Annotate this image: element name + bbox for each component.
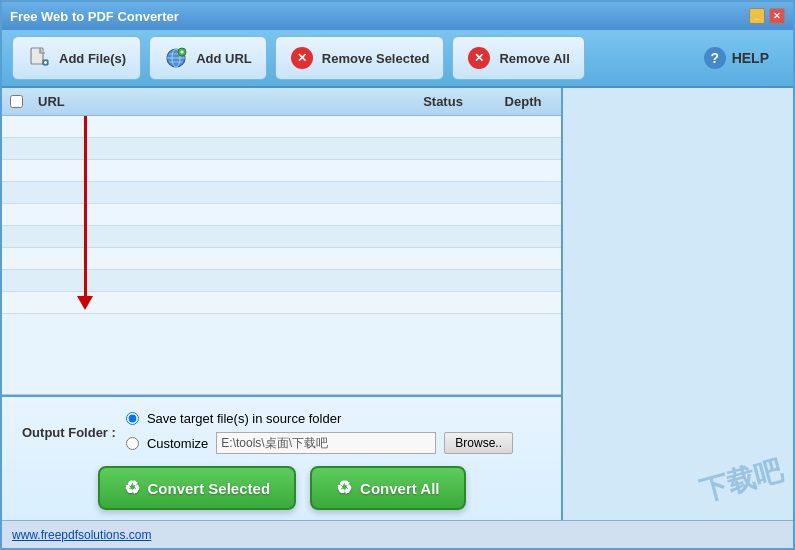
add-files-button[interactable]: Add File(s) [12,36,141,80]
convert-selected-label: Convert Selected [148,480,271,497]
output-folder-row: Output Folder : Save target file(s) in s… [22,411,541,454]
convert-selected-button[interactable]: ♻ Convert Selected [98,466,297,510]
table-row [2,160,561,182]
table-row [2,248,561,270]
toolbar: Add File(s) Add URL ✕ Re [2,30,793,88]
table-row [2,292,561,314]
main-content: URL Status Depth [2,88,793,520]
radio-group: Save target file(s) in source folder Cus… [126,411,513,454]
convert-buttons: ♻ Convert Selected ♻ Convert All [22,466,541,510]
main-window: Free Web to PDF Converter _ ✕ Add File [0,0,795,550]
table-row [2,182,561,204]
title-bar-controls: _ ✕ [749,8,785,24]
convert-selected-icon: ♻ [124,477,140,499]
right-panel: 下载吧 [563,88,793,520]
radio-customize-label: Customize [147,436,208,451]
table-row [2,138,561,160]
website-link[interactable]: www.freepdfsolutions.com [12,528,151,542]
globe-icon [164,46,188,70]
radio-source[interactable] [126,412,139,425]
watermark: 下载吧 [696,452,787,510]
table-body [2,116,561,394]
add-files-label: Add File(s) [59,51,126,66]
status-bar: www.freepdfsolutions.com [2,520,793,548]
select-all-checkbox[interactable] [10,95,23,108]
add-url-button[interactable]: Add URL [149,36,267,80]
radio-source-label: Save target file(s) in source folder [147,411,341,426]
remove-all-icon: ✕ [467,46,491,70]
remove-selected-button[interactable]: ✕ Remove Selected [275,36,445,80]
browse-button[interactable]: Browse.. [444,432,513,454]
remove-selected-label: Remove Selected [322,51,430,66]
col-status-header: Status [393,94,493,109]
help-label: HELP [732,50,769,66]
table-row [2,116,561,138]
remove-all-button[interactable]: ✕ Remove All [452,36,584,80]
left-panel: URL Status Depth [2,88,563,520]
col-url-header: URL [34,94,393,109]
radio-customize[interactable] [126,437,139,450]
title-bar: Free Web to PDF Converter _ ✕ [2,2,793,30]
close-button[interactable]: ✕ [769,8,785,24]
table-row [2,226,561,248]
remove-selected-icon: ✕ [290,46,314,70]
file-icon [27,46,51,70]
customize-path-input[interactable] [216,432,436,454]
col-depth-header: Depth [493,94,553,109]
remove-all-label: Remove All [499,51,569,66]
convert-all-button[interactable]: ♻ Convert All [310,466,465,510]
output-folder-label: Output Folder : [22,425,116,440]
radio-customize-row: Customize Browse.. [126,432,513,454]
convert-all-icon: ♻ [336,477,352,499]
table-header: URL Status Depth [2,88,561,116]
table-row [2,204,561,226]
bottom-panel: Output Folder : Save target file(s) in s… [2,395,561,520]
window-title: Free Web to PDF Converter [10,9,179,24]
header-checkbox-cell [10,95,34,108]
table-row [2,270,561,292]
help-icon: ? [704,47,726,69]
convert-all-label: Convert All [360,480,439,497]
add-url-label: Add URL [196,51,252,66]
file-table: URL Status Depth [2,88,561,395]
help-button[interactable]: ? HELP [690,36,783,80]
minimize-button[interactable]: _ [749,8,765,24]
radio-source-row: Save target file(s) in source folder [126,411,513,426]
